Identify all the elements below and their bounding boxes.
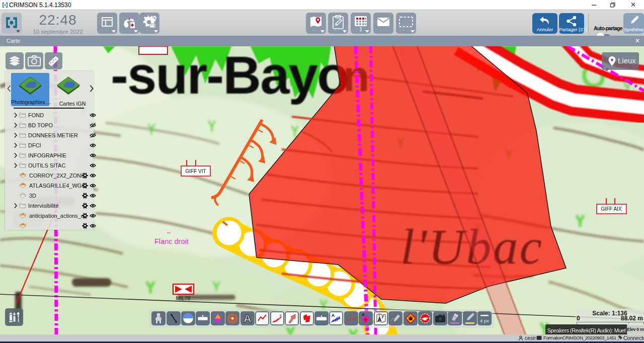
svg-text:A: A <box>244 312 252 324</box>
svg-text:A: A <box>332 313 335 318</box>
svg-text:Flanc droit: Flanc droit <box>154 237 189 245</box>
svg-text:GIFF AIX: GIFF AIX <box>601 206 621 212</box>
svg-text:-sur-Bayo: -sur-Bayo <box>111 46 348 105</box>
svg-text:..: .. <box>167 227 171 235</box>
svg-text:GIFF VIT: GIFF VIT <box>185 168 206 174</box>
svg-text:4 px: 4 px <box>480 318 489 323</box>
svg-text:A: A <box>362 312 365 317</box>
svg-text:A: A <box>377 316 381 322</box>
svg-text:MIL78: MIL78 <box>176 295 190 301</box>
